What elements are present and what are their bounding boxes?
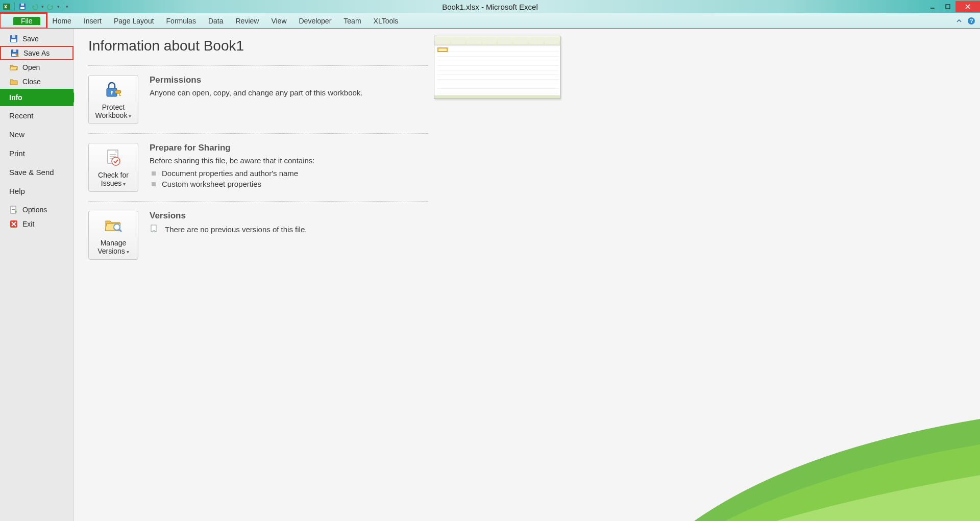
sidebar-item-exit[interactable]: Exit (0, 217, 74, 231)
tab-home[interactable]: Home (46, 13, 78, 28)
info-content: Information about Book1 ProtectWorkbook▾… (74, 29, 980, 521)
qat-undo-icon[interactable] (29, 2, 40, 12)
tab-team[interactable]: Team (337, 13, 367, 28)
svg-point-26 (112, 157, 120, 165)
sidebar-item-open[interactable]: Open (0, 60, 74, 75)
qat-redo-dropdown-icon[interactable]: ▾ (57, 4, 60, 9)
workbook-thumbnail (434, 36, 560, 99)
sidebar-item-label: Print (9, 149, 25, 158)
manage-versions-button[interactable]: ManageVersions▾ (88, 211, 138, 260)
minimize-button[interactable] (925, 1, 940, 12)
document-check-icon (103, 147, 124, 168)
svg-rect-22 (115, 90, 121, 93)
minimize-ribbon-icon[interactable] (954, 16, 964, 26)
backstage-view: Save Save As Open Close Info Recent (0, 29, 980, 521)
titlebar: ▾ ▾ ▾ Book1.xlsx - Microsoft Excel (0, 0, 980, 13)
excel-app-icon[interactable] (1, 2, 12, 12)
permissions-text: Anyone can open, copy, and change any pa… (150, 88, 428, 97)
prepare-list-item: Custom worksheet properties (152, 179, 428, 189)
sidebar-item-new[interactable]: New (0, 125, 74, 144)
save-as-icon (10, 48, 19, 58)
sidebar-item-info[interactable]: Info (0, 89, 74, 106)
sidebar-item-print[interactable]: Print (0, 144, 74, 163)
bullet-icon (152, 171, 156, 176)
exit-icon (9, 219, 18, 229)
sidebar-item-recent[interactable]: Recent (0, 106, 74, 125)
tab-page-layout[interactable]: Page Layout (108, 13, 160, 28)
sidebar-item-label: Close (22, 78, 41, 86)
section-prepare-sharing: Check forIssues▾ Prepare for Sharing Bef… (88, 133, 428, 201)
qat-separator (14, 3, 15, 11)
section-versions: ManageVersions▾ Versions There are no pr… (88, 201, 428, 269)
qat-separator (62, 3, 62, 11)
prepare-list-item: Document properties and author's name (152, 168, 428, 179)
folder-close-icon (9, 77, 18, 86)
permissions-heading: Permissions (150, 75, 428, 85)
tab-xltools[interactable]: XLTools (368, 13, 405, 28)
svg-rect-3 (20, 7, 24, 9)
versions-heading: Versions (150, 211, 428, 221)
sidebar-item-close[interactable]: Close (0, 75, 74, 89)
tab-data[interactable]: Data (202, 13, 230, 28)
check-for-issues-button[interactable]: Check forIssues▾ (88, 143, 138, 192)
sidebar-item-save[interactable]: Save (0, 32, 74, 46)
sidebar-item-label: Save As (23, 49, 50, 57)
protect-workbook-button[interactable]: ProtectWorkbook▾ (88, 75, 138, 124)
svg-rect-9 (11, 39, 16, 42)
close-button[interactable] (955, 1, 980, 12)
qat-redo-icon[interactable] (45, 2, 56, 12)
sidebar-item-options[interactable]: Options (0, 203, 74, 217)
tab-view[interactable]: View (265, 13, 292, 28)
svg-rect-4 (946, 5, 950, 9)
highlight-file-tab: File (0, 13, 46, 28)
svg-rect-14 (12, 208, 13, 208)
backstage-leftnav: Save Save As Open Close Info Recent (0, 29, 74, 521)
section-permissions: ProtectWorkbook▾ Permissions Anyone can … (88, 65, 428, 133)
decorative-swoosh (694, 409, 980, 521)
sidebar-item-label: Save & Send (9, 168, 54, 177)
tab-file[interactable]: File (13, 17, 40, 25)
sidebar-item-label: Open (22, 63, 40, 71)
svg-rect-15 (12, 209, 15, 210)
folder-magnify-icon (103, 215, 124, 236)
svg-rect-8 (12, 35, 15, 38)
dropdown-caret-icon: ▾ (123, 181, 126, 187)
tab-review[interactable]: Review (230, 13, 265, 28)
maximize-button[interactable] (940, 1, 955, 12)
sidebar-item-label: Recent (9, 111, 34, 120)
dropdown-caret-icon: ▾ (129, 113, 131, 119)
sidebar-item-save-send[interactable]: Save & Send (0, 163, 74, 182)
sidebar-item-label: New (9, 130, 24, 139)
qat-save-icon[interactable] (17, 2, 28, 12)
versions-text: There are no previous versions of this f… (165, 225, 307, 234)
save-icon (9, 34, 18, 43)
sidebar-item-label: Info (9, 93, 22, 102)
tab-developer[interactable]: Developer (293, 13, 338, 28)
qat-undo-dropdown-icon[interactable]: ▾ (41, 4, 44, 9)
tab-insert[interactable]: Insert (78, 13, 108, 28)
svg-rect-0 (3, 4, 10, 10)
quick-access-toolbar: ▾ ▾ ▾ (0, 2, 70, 12)
qat-customize-dropdown-icon[interactable]: ▾ (64, 4, 70, 9)
svg-text:?: ? (970, 18, 973, 24)
tab-formulas[interactable]: Formulas (160, 13, 202, 28)
svg-rect-16 (12, 211, 15, 211)
help-icon[interactable]: ? (967, 16, 976, 26)
sidebar-item-label: Options (22, 206, 47, 214)
svg-rect-2 (21, 4, 24, 6)
prepare-heading: Prepare for Sharing (150, 143, 428, 153)
svg-rect-11 (13, 49, 16, 52)
dropdown-caret-icon: ▾ (127, 249, 129, 255)
document-version-icon (150, 224, 159, 235)
sidebar-item-save-as[interactable]: Save As (0, 46, 74, 60)
sidebar-item-label: Help (9, 187, 25, 195)
prepare-text: Before sharing this file, be aware that … (150, 156, 428, 165)
svg-rect-28 (151, 225, 156, 232)
window-title: Book1.xlsx - Microsoft Excel (442, 3, 538, 11)
ribbon-tabs: File Home Insert Page Layout Formulas Da… (0, 13, 980, 29)
bullet-icon (152, 182, 156, 186)
svg-point-17 (15, 211, 17, 213)
sidebar-item-help[interactable]: Help (0, 182, 74, 201)
window-controls (925, 1, 980, 12)
sidebar-item-label: Exit (22, 220, 34, 228)
